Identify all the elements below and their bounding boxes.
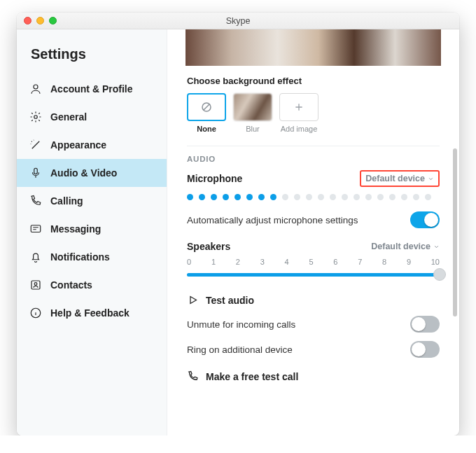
background-effect-label: Choose background effect (187, 76, 440, 86)
svg-point-1 (34, 116, 38, 119)
mic-level-dot (258, 194, 265, 200)
sidebar-item-label: Appearance (50, 139, 106, 151)
mic-level-dot (211, 194, 217, 200)
sidebar-item-label: General (50, 111, 87, 123)
settings-heading: Settings (17, 42, 167, 75)
person-icon (29, 83, 42, 95)
sidebar-item-general[interactable]: General (17, 103, 167, 131)
sidebar-item-help-feedback[interactable]: Help & Feedback (17, 299, 167, 327)
sidebar-item-label: Contacts (50, 279, 92, 291)
bg-option-none[interactable]: None (187, 93, 226, 133)
sidebar-item-label: Calling (50, 195, 83, 207)
settings-sidebar: Settings Account & Profile General Appea… (17, 29, 167, 435)
mic-level-dot (401, 194, 407, 200)
test-audio-button[interactable]: Test audio (187, 294, 440, 306)
make-test-call-button[interactable]: Make a free test call (187, 370, 440, 382)
mic-level-dot (282, 194, 288, 200)
mic-level-dot (318, 194, 324, 200)
mic-level-dot (377, 194, 384, 200)
mic-level-dot (365, 194, 372, 200)
unmute-incoming-label: Unmute for incoming calls (187, 319, 295, 330)
sidebar-item-label: Account & Profile (50, 83, 132, 95)
slider-thumb[interactable] (433, 268, 446, 281)
mic-level-dot (270, 194, 276, 200)
none-icon (200, 101, 213, 113)
sidebar-item-label: Messaging (50, 223, 101, 235)
sidebar-item-calling[interactable]: Calling (17, 187, 167, 215)
message-icon (29, 223, 42, 235)
mic-level-dot (425, 194, 431, 200)
phone-icon (29, 195, 42, 207)
window-title: Skype (17, 16, 459, 26)
sidebar-item-label: Audio & Video (50, 167, 117, 179)
bg-option-label: Add image (281, 125, 318, 133)
mic-level-dot (342, 194, 348, 200)
chevron-down-icon (433, 244, 440, 250)
svg-point-5 (34, 283, 37, 286)
bg-option-add-image[interactable]: Add image (279, 93, 318, 133)
unmute-incoming-toggle[interactable] (410, 316, 440, 333)
microphone-icon (29, 167, 42, 179)
speakers-device-dropdown[interactable]: Default device (371, 242, 440, 251)
bell-icon (29, 251, 42, 263)
mic-level-dot (306, 194, 312, 200)
sidebar-item-label: Help & Feedback (50, 307, 130, 319)
settings-content: Choose background effect None Blur Add i… (167, 29, 459, 435)
mic-level-dot (223, 194, 229, 200)
scrollbar[interactable] (453, 148, 457, 316)
play-icon (187, 294, 199, 306)
bg-option-blur[interactable]: Blur (233, 93, 272, 133)
bg-option-label: None (197, 125, 216, 133)
gear-icon (29, 111, 42, 123)
speaker-volume-slider[interactable] (187, 267, 440, 281)
svg-point-0 (34, 85, 38, 89)
chevron-down-icon (428, 176, 434, 182)
mic-level-dot (246, 194, 253, 200)
mic-level-dot (389, 194, 396, 200)
microphone-label: Microphone (187, 173, 242, 184)
divider (187, 146, 440, 146)
video-preview (186, 29, 441, 66)
mic-level-dot (187, 194, 193, 200)
contacts-icon (29, 279, 42, 291)
titlebar: Skype (17, 13, 459, 29)
mic-level-dot (234, 194, 241, 200)
ring-additional-toggle[interactable] (410, 341, 440, 358)
mic-level-dot (330, 194, 336, 200)
mic-level-dot (199, 194, 205, 200)
sidebar-item-notifications[interactable]: Notifications (17, 243, 167, 271)
microphone-level-meter (187, 194, 440, 200)
svg-rect-2 (34, 168, 38, 174)
auto-adjust-toggle[interactable] (410, 211, 440, 228)
info-icon (29, 307, 42, 319)
sidebar-item-contacts[interactable]: Contacts (17, 271, 167, 299)
mic-level-dot (413, 194, 419, 200)
microphone-device-dropdown[interactable]: Default device (360, 170, 440, 187)
phone-icon (187, 370, 199, 382)
microphone-device-value: Default device (365, 174, 425, 183)
wand-icon (29, 139, 42, 151)
sidebar-item-messaging[interactable]: Messaging (17, 215, 167, 243)
auto-adjust-label: Automatically adjust microphone settings (187, 215, 358, 225)
mic-level-dot (294, 194, 300, 200)
sidebar-item-audio-video[interactable]: Audio & Video (17, 159, 167, 187)
svg-rect-3 (31, 225, 41, 232)
mic-level-dot (354, 194, 360, 200)
bg-option-label: Blur (246, 125, 260, 133)
sidebar-item-account-profile[interactable]: Account & Profile (17, 75, 167, 103)
test-audio-label: Test audio (206, 295, 254, 306)
sidebar-item-appearance[interactable]: Appearance (17, 131, 167, 159)
speakers-device-value: Default device (371, 242, 430, 251)
app-window: Skype Settings Account & Profile General… (17, 13, 459, 435)
audio-section-header: AUDIO (187, 155, 440, 163)
background-effect-options: None Blur Add image (187, 93, 440, 133)
speaker-volume-ticks: 012345678910 (187, 258, 440, 266)
plus-icon (293, 102, 304, 113)
ring-additional-label: Ring on additional device (187, 344, 293, 355)
make-test-call-label: Make a free test call (206, 371, 298, 382)
speakers-label: Speakers (187, 241, 230, 252)
sidebar-item-label: Notifications (50, 251, 110, 263)
